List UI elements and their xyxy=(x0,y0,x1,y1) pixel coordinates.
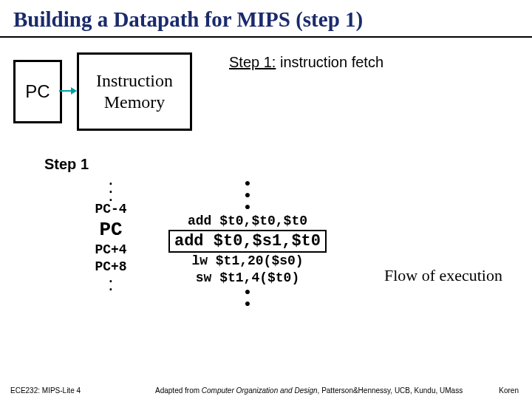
step-prefix: Step 1: xyxy=(229,54,276,70)
highlight-box: add $t0,$s1,$t0 xyxy=(168,230,327,253)
instruction-row: sw $t1,4($t0) xyxy=(151,270,344,287)
ellipsis-dot: . xyxy=(85,194,137,202)
pc-column: . . . PC-4 PC PC+4 PC+8 . . xyxy=(85,177,137,291)
instruction-current: add $t0,$s1,$t0 xyxy=(151,230,344,253)
pc-label: PC-4 xyxy=(85,201,137,218)
ellipsis-dot: ● xyxy=(151,177,344,189)
arrow-icon xyxy=(59,86,77,95)
step-caption: Step 1: instruction fetch xyxy=(229,54,383,71)
ellipsis-dot: ● xyxy=(151,298,344,310)
slide-title: Building a Datapath for MIPS (step 1) xyxy=(0,0,532,38)
pc-block: PC xyxy=(13,60,62,123)
ellipsis-dot: ● xyxy=(151,286,344,298)
footer-right: Koren xyxy=(499,386,519,395)
step-header: Step 1 xyxy=(44,156,532,173)
datapath-diagram: PC Instruction Memory Step 1: instructio… xyxy=(0,38,532,149)
program-listing: . . . PC-4 PC PC+4 PC+8 . . ● ● ● add $t… xyxy=(0,173,532,350)
step-text: instruction fetch xyxy=(280,54,383,70)
footer-prefix: Adapted from xyxy=(155,386,202,395)
instruction-row: lw $t1,20($s0) xyxy=(151,253,344,270)
instruction-column: ● ● ● add $t0,$t0,$t0 add $t0,$s1,$t0 lw… xyxy=(151,177,344,310)
instruction-memory-block: Instruction Memory xyxy=(77,52,192,131)
footer-left: ECE232: MIPS-Lite 4 xyxy=(10,386,81,395)
instruction-row: add $t0,$t0,$t0 xyxy=(151,213,344,230)
flow-of-execution-label: Flow of execution xyxy=(384,266,502,285)
ellipsis-dot: ● xyxy=(151,201,344,213)
footer-book-title: Computer Organization and Design xyxy=(202,386,318,395)
ellipsis-dot: ● xyxy=(151,189,344,201)
pc-current: PC xyxy=(85,218,137,242)
ellipsis-dot: . xyxy=(85,283,137,291)
pc-label: PC+4 xyxy=(85,242,137,259)
footer-suffix: , Patterson&Hennessy, UCB, Kundu, UMass xyxy=(318,386,463,395)
footer-attribution: Adapted from Computer Organization and D… xyxy=(155,386,463,395)
